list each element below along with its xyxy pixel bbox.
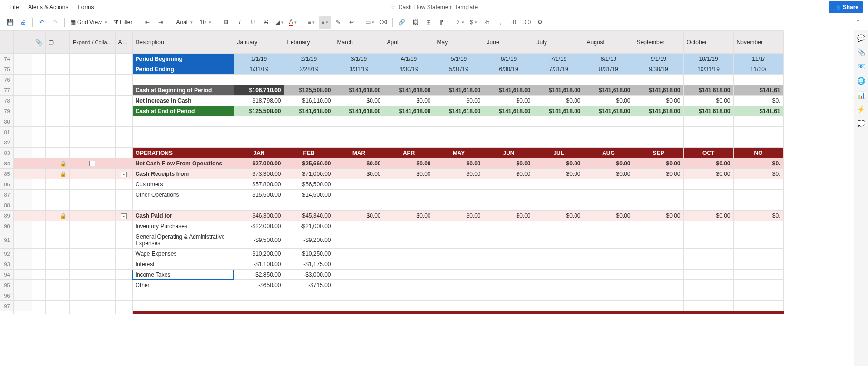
data-cell[interactable] (434, 270, 484, 280)
month-col-header[interactable]: November (733, 31, 783, 54)
data-cell[interactable] (634, 270, 683, 280)
data-cell[interactable]: AUG (584, 148, 634, 158)
data-cell[interactable] (634, 259, 683, 270)
month-col-header[interactable]: May (434, 31, 484, 54)
data-cell[interactable] (683, 190, 733, 200)
data-cell[interactable] (334, 270, 384, 280)
data-cell[interactable] (384, 270, 434, 280)
data-cell[interactable]: JUN (484, 148, 534, 158)
row-number[interactable]: 79 (0, 106, 14, 116)
print-icon[interactable]: 🖨 (17, 16, 29, 29)
expander-icon[interactable]: - (121, 213, 127, 219)
month-col-header[interactable]: September (634, 31, 683, 54)
data-cell[interactable] (634, 127, 683, 137)
wrap-text-icon[interactable]: ↩ (345, 16, 358, 29)
data-cell[interactable]: 11/1/ (733, 54, 783, 64)
highlighter-icon[interactable]: ✎ (332, 16, 344, 29)
data-cell[interactable]: $0.00 (534, 169, 584, 179)
data-cell[interactable] (434, 301, 484, 311)
data-cell[interactable] (284, 127, 334, 137)
data-cell[interactable]: $14,500.00 (284, 190, 334, 200)
data-cell[interactable]: -$10,250.00 (284, 249, 334, 259)
data-cell[interactable]: $125,508.00 (234, 106, 284, 116)
data-cell[interactable]: $141,618.00 (683, 85, 733, 96)
data-cell[interactable] (384, 231, 434, 249)
data-cell[interactable]: $141,618.00 (334, 85, 384, 96)
data-cell[interactable]: 10/31/19 (683, 64, 733, 75)
sum-icon[interactable]: Σ (454, 16, 467, 29)
data-cell[interactable] (733, 270, 783, 280)
data-cell[interactable]: $125,508.00 (284, 85, 334, 96)
image-icon[interactable]: 🖼 (409, 16, 421, 29)
data-cell[interactable] (484, 231, 534, 249)
data-cell[interactable]: 8/31/19 (584, 64, 634, 75)
data-cell[interactable] (284, 137, 334, 148)
data-cell[interactable]: $141,618.00 (534, 106, 584, 116)
data-cell[interactable]: -$1,175.00 (284, 259, 334, 270)
data-cell[interactable]: $56,500.00 (284, 179, 334, 190)
row-number[interactable]: 78 (0, 96, 14, 106)
description-cell[interactable]: Cash Receipts from (132, 169, 234, 179)
description-cell[interactable]: Interest (132, 259, 234, 270)
data-cell[interactable]: -$715.00 (284, 280, 334, 290)
data-cell[interactable] (733, 179, 783, 190)
data-cell[interactable] (284, 301, 334, 311)
description-cell[interactable] (132, 116, 234, 127)
data-cell[interactable] (384, 190, 434, 200)
description-cell[interactable] (132, 311, 234, 314)
strikethrough-icon[interactable]: S (260, 16, 273, 29)
decimal-dec-icon[interactable]: .0 (507, 16, 520, 29)
data-cell[interactable]: -$46,300.00 (234, 211, 284, 221)
data-cell[interactable]: $141,618.00 (534, 85, 584, 96)
conversations-icon[interactable]: 💬 (857, 34, 865, 42)
data-cell[interactable]: $141,618.00 (434, 85, 484, 96)
data-cell[interactable] (733, 249, 783, 259)
data-cell[interactable] (434, 221, 484, 231)
data-cell[interactable] (384, 200, 434, 211)
data-cell[interactable]: -$10,200.00 (234, 249, 284, 259)
row-number[interactable]: 77 (0, 85, 14, 96)
data-cell[interactable] (334, 311, 384, 314)
data-cell[interactable]: $0.00 (484, 158, 534, 169)
data-cell[interactable]: APR (384, 148, 434, 158)
data-cell[interactable] (683, 301, 733, 311)
data-cell[interactable]: 9/30/19 (634, 64, 683, 75)
data-cell[interactable]: $0.00 (334, 211, 384, 221)
data-cell[interactable] (384, 127, 434, 137)
data-cell[interactable]: $16,110.00 (284, 96, 334, 106)
data-cell[interactable] (484, 280, 534, 290)
data-cell[interactable] (584, 179, 634, 190)
data-cell[interactable]: $0.00 (634, 96, 683, 106)
data-cell[interactable] (384, 75, 434, 85)
data-cell[interactable]: $0.00 (434, 211, 484, 221)
share-button[interactable]: 👥 Share (829, 1, 863, 13)
data-cell[interactable] (534, 231, 584, 249)
collapse-toolbar-icon[interactable]: ⌃ (852, 16, 864, 29)
description-cell[interactable]: Income Taxes (132, 270, 234, 280)
data-cell[interactable]: $0.00 (484, 96, 534, 106)
data-cell[interactable]: $141,618.00 (484, 106, 534, 116)
data-cell[interactable]: $0.00 (683, 158, 733, 169)
description-cell[interactable] (132, 200, 234, 211)
data-cell[interactable]: SEP (634, 148, 683, 158)
data-cell[interactable]: $106,710.00 (234, 85, 284, 96)
data-cell[interactable] (234, 200, 284, 211)
data-cell[interactable] (484, 311, 534, 314)
data-cell[interactable] (434, 290, 484, 301)
description-cell[interactable]: Customers (132, 179, 234, 190)
data-cell[interactable] (733, 290, 783, 301)
data-cell[interactable] (534, 127, 584, 137)
data-cell[interactable]: $0.00 (484, 211, 534, 221)
data-cell[interactable] (334, 75, 384, 85)
data-cell[interactable] (733, 200, 783, 211)
data-cell[interactable] (683, 127, 733, 137)
attachments-col-header[interactable]: 📎 (32, 31, 46, 54)
data-cell[interactable] (434, 116, 484, 127)
data-cell[interactable]: $0.00 (384, 211, 434, 221)
underline-icon[interactable]: U (247, 16, 259, 29)
data-cell[interactable] (683, 249, 733, 259)
data-cell[interactable] (634, 311, 683, 314)
a-col-header[interactable]: A… (115, 31, 132, 54)
description-cell[interactable]: Inventory Purchases (132, 221, 234, 231)
data-cell[interactable] (234, 137, 284, 148)
